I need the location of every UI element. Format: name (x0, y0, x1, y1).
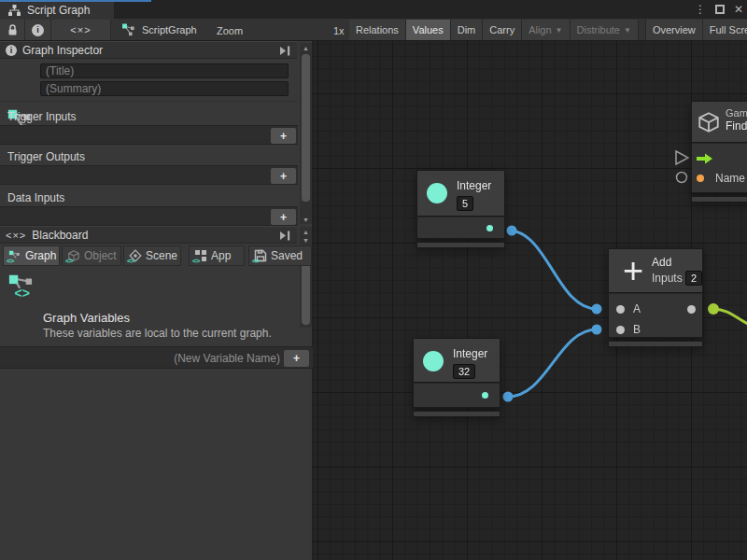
divider (0, 101, 298, 102)
chevron-down-icon: ▼ (556, 26, 563, 35)
blackboard-title: Blackboard (32, 229, 88, 242)
app-tab-icon: <> (194, 249, 207, 262)
graph-toolbar: i <×> ScriptGraph Zoom 1x Relations Valu… (0, 19, 747, 41)
add-data-input-button[interactable]: + (271, 209, 296, 225)
wire-integer32-to-b[interactable] (508, 329, 597, 397)
tab-saved[interactable]: <> Saved (248, 245, 312, 266)
relations-button[interactable]: Relations (349, 20, 406, 40)
tab-graph[interactable]: <> Graph (3, 245, 60, 266)
connection-dot[interactable] (503, 392, 514, 402)
node-title: Add (652, 256, 671, 269)
data-inputs-list: + (0, 206, 298, 226)
blackboard-header[interactable]: <×> Blackboard (0, 226, 297, 244)
connection-dot[interactable] (708, 303, 719, 315)
tab-scene[interactable]: <> Scene (123, 245, 181, 266)
graph-variables-description: These variables are local to the current… (43, 327, 272, 340)
trigger-arrow-icon[interactable] (696, 153, 713, 164)
connection-dot[interactable] (592, 325, 602, 335)
tab-title: Script Graph (27, 4, 90, 17)
output-port[interactable] (482, 392, 488, 399)
svg-text:<>: <> (15, 286, 30, 301)
port-label-b: B (633, 323, 641, 336)
integer-type-icon (427, 183, 447, 203)
wire-add-output[interactable] (713, 309, 747, 326)
input-port-a[interactable] (616, 305, 625, 314)
object-tab-icon: <> (67, 249, 80, 262)
graph-inspector-title: Graph Inspector (22, 44, 103, 57)
scrollbar-thumb[interactable] (302, 54, 310, 202)
scroll-down-arrow-icon[interactable]: ▼ (300, 235, 312, 245)
new-variable-input[interactable] (4, 350, 280, 367)
script-graph-window: Script Graph ⋮ ✕ i <×> (0, 0, 747, 560)
window-controls: ⋮ ✕ (695, 0, 743, 19)
zoom-label: Zoom (217, 25, 243, 36)
carry-button[interactable]: Carry (483, 20, 522, 40)
integer-node-32[interactable]: Integer 32 (413, 338, 500, 417)
lock-button[interactable] (0, 20, 25, 40)
integer-node-5[interactable]: Integer 5 (416, 170, 505, 248)
node-title: Integer (457, 179, 491, 192)
add-icon: + (616, 254, 650, 287)
node-footer (691, 196, 747, 203)
find-node[interactable]: Game Find Name (691, 101, 747, 203)
port-label-name: Name (715, 172, 745, 185)
window-maximize-icon[interactable] (715, 5, 725, 14)
code-preview-button[interactable]: <×> (51, 20, 111, 40)
graph-breadcrumb[interactable]: ScriptGraph (121, 20, 197, 40)
tab-object[interactable]: <> Object (62, 245, 121, 266)
add-trigger-input-button[interactable]: + (271, 128, 296, 144)
dim-button[interactable]: Dim (451, 20, 484, 40)
graph-canvas[interactable]: Integer 5 Integer 32 + Add (313, 41, 747, 560)
node-title: Integer (453, 347, 487, 360)
connection-dot[interactable] (507, 226, 517, 236)
node-footer (608, 341, 703, 347)
graph-variables-icon: <> (7, 271, 35, 301)
scroll-up-arrow-icon[interactable]: ▲ (300, 43, 312, 52)
integer-value-field[interactable]: 5 (457, 196, 473, 211)
trigger-inputs-label: Trigger Inputs (7, 110, 77, 123)
output-port[interactable] (687, 305, 696, 314)
side-panel: i Graph Inspector Trigger Inputs + Trigg… (0, 41, 313, 560)
dock-panel-icon[interactable] (279, 231, 291, 241)
graph-inspector-header[interactable]: i Graph Inspector (0, 41, 297, 59)
graph-name-label: ScriptGraph (142, 24, 197, 35)
trigger-outputs-label: Trigger Outputs (7, 150, 85, 163)
align-dropdown[interactable]: Align▼ (522, 20, 570, 40)
dock-panel-icon[interactable] (279, 46, 291, 56)
add-variable-button[interactable]: + (284, 350, 309, 367)
blackboard-scrollbar[interactable]: ▲ ▼ (300, 227, 312, 328)
connection-dot[interactable] (592, 304, 602, 315)
info-icon: i (6, 45, 17, 56)
node-subtitle: Game (726, 107, 747, 119)
output-port[interactable] (486, 225, 493, 231)
add-node[interactable]: + Add Inputs 2 A B (608, 248, 703, 347)
window-close-icon[interactable]: ✕ (734, 4, 743, 15)
inspector-toggle-button[interactable]: i (25, 20, 51, 40)
inspector-scrollbar[interactable]: ▲ ▼ (300, 43, 312, 224)
integer-value-field[interactable]: 32 (453, 364, 475, 379)
window-menu-icon[interactable]: ⋮ (695, 4, 706, 15)
tab-script-graph[interactable]: Script Graph (0, 2, 114, 19)
wire-integer5-to-a[interactable] (512, 231, 597, 309)
graph-title-input[interactable] (40, 63, 289, 78)
tab-app[interactable]: <> App (189, 245, 245, 266)
script-graph-icon (121, 22, 136, 37)
full-screen-button[interactable]: Full Screen (703, 20, 747, 40)
data-inputs-label: Data Inputs (7, 191, 64, 204)
input-port-b[interactable] (616, 326, 625, 334)
gameobject-cube-icon (697, 110, 721, 134)
inputs-count-field[interactable]: 2 (685, 271, 702, 286)
overview-button[interactable]: Overview (645, 20, 703, 40)
value-port-outline-icon[interactable] (677, 173, 687, 183)
trigger-port-outline-icon[interactable] (676, 151, 688, 164)
blackboard-icon: <×> (6, 230, 26, 241)
chevron-down-icon: ▼ (624, 26, 631, 35)
add-trigger-output-button[interactable]: + (271, 168, 296, 184)
scroll-down-arrow-icon[interactable]: ▼ (300, 215, 312, 224)
graph-summary-input[interactable] (40, 81, 289, 96)
values-button[interactable]: Values (406, 20, 451, 40)
name-input-port[interactable] (697, 175, 704, 182)
distribute-dropdown[interactable]: Distribute▼ (571, 20, 639, 40)
graph-tab-icon: <> (8, 249, 21, 262)
info-icon: i (32, 24, 44, 36)
